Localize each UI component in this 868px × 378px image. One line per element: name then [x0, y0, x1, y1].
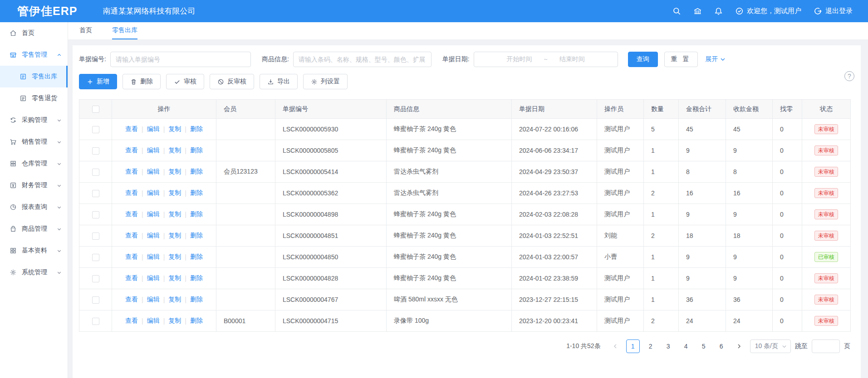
copy-link[interactable]: 复制: [168, 296, 181, 304]
row-checkbox[interactable]: [92, 126, 99, 133]
reset-button[interactable]: 重 置: [664, 52, 698, 67]
view-link[interactable]: 查看: [125, 317, 138, 325]
edit-link[interactable]: 编辑: [147, 296, 160, 304]
row-checkbox[interactable]: [92, 296, 99, 304]
row-checkbox[interactable]: [92, 254, 99, 261]
delete-link[interactable]: 删除: [190, 189, 203, 197]
delete-link[interactable]: 删除: [190, 125, 203, 133]
delete-link[interactable]: 删除: [190, 168, 203, 176]
query-button[interactable]: 查询: [628, 52, 658, 67]
page-button-4[interactable]: 4: [679, 339, 693, 353]
sidebar-item-retail-management[interactable]: 零售管理: [0, 44, 68, 66]
delete-button[interactable]: 删除: [123, 74, 161, 89]
copy-link[interactable]: 复制: [168, 253, 181, 261]
action-separator: |: [163, 189, 165, 197]
page-button-5[interactable]: 5: [697, 339, 711, 353]
page-button-1[interactable]: 1: [626, 339, 640, 353]
logout-button[interactable]: 退出登录: [813, 7, 853, 16]
cell-received: 18: [726, 225, 773, 247]
sidebar-item-report-query[interactable]: 报表查询: [0, 196, 68, 218]
delete-link[interactable]: 删除: [190, 296, 203, 304]
prev-page-button[interactable]: [608, 339, 622, 353]
sidebar-item-purchase-management[interactable]: 采购管理: [0, 109, 68, 131]
export-button[interactable]: 导出: [260, 74, 298, 89]
edit-link[interactable]: 编辑: [147, 274, 160, 282]
edit-link[interactable]: 编辑: [147, 168, 160, 176]
bell-icon[interactable]: [714, 7, 723, 16]
sidebar-item-goods-management[interactable]: 商品管理: [0, 218, 68, 240]
sidebar-item-finance-management[interactable]: 财务管理: [0, 174, 68, 196]
edit-link[interactable]: 编辑: [147, 189, 160, 197]
sidebar-item-system-management[interactable]: 系统管理: [0, 262, 68, 283]
view-link[interactable]: 查看: [125, 232, 138, 240]
edit-link[interactable]: 编辑: [147, 146, 160, 155]
delete-link[interactable]: 删除: [190, 274, 203, 282]
tab-retail-outbound[interactable]: 零售出库: [112, 22, 137, 39]
copy-link[interactable]: 复制: [168, 317, 181, 325]
sidebar-item-retail-return[interactable]: 零售退货: [0, 87, 68, 109]
jump-page-input[interactable]: [812, 339, 840, 353]
cell-amount: 36: [679, 289, 726, 310]
view-link[interactable]: 查看: [125, 210, 138, 218]
product-info-input[interactable]: [293, 52, 432, 67]
copy-link[interactable]: 复制: [168, 274, 181, 282]
edit-link[interactable]: 编辑: [147, 125, 160, 133]
view-link[interactable]: 查看: [125, 274, 138, 282]
delete-link[interactable]: 删除: [190, 253, 203, 261]
sidebar-item-home[interactable]: 首页: [0, 22, 68, 44]
edit-link[interactable]: 编辑: [147, 317, 160, 325]
copy-link[interactable]: 复制: [168, 210, 181, 218]
column-settings-button[interactable]: 列设置: [303, 74, 348, 89]
delete-link[interactable]: 删除: [190, 317, 203, 325]
tab-home[interactable]: 首页: [79, 22, 92, 39]
delete-link[interactable]: 删除: [190, 146, 203, 155]
audit-button[interactable]: 审核: [166, 74, 204, 89]
user-welcome[interactable]: 欢迎您，测试用户: [735, 7, 801, 16]
page-button-6[interactable]: 6: [715, 339, 728, 353]
edit-link[interactable]: 编辑: [147, 253, 160, 261]
sidebar-item-base-data[interactable]: 基本资料: [0, 240, 68, 262]
next-page-button[interactable]: [732, 339, 746, 353]
copy-link[interactable]: 复制: [168, 189, 181, 197]
search-icon[interactable]: [672, 7, 681, 16]
view-link[interactable]: 查看: [125, 146, 138, 155]
row-checkbox[interactable]: [92, 211, 99, 218]
row-checkbox[interactable]: [92, 147, 99, 155]
cell-product: 雷达杀虫气雾剂: [387, 161, 512, 183]
sidebar-item-warehouse-management[interactable]: 仓库管理: [0, 153, 68, 174]
page-size-select[interactable]: 10 条/页: [750, 339, 791, 353]
edit-link[interactable]: 编辑: [147, 210, 160, 218]
date-range-input[interactable]: 开始时间 ~ 结束时间: [474, 52, 618, 67]
view-link[interactable]: 查看: [125, 189, 138, 197]
page-button-3[interactable]: 3: [662, 339, 675, 353]
unaudit-button[interactable]: 反审核: [210, 74, 254, 89]
copy-link[interactable]: 复制: [168, 232, 181, 240]
order-no-input[interactable]: [110, 52, 251, 67]
add-button[interactable]: 新增: [79, 74, 117, 89]
bank-icon[interactable]: [693, 7, 702, 16]
sidebar-item-sales-management[interactable]: 销售管理: [0, 131, 68, 153]
delete-link[interactable]: 删除: [190, 210, 203, 218]
row-checkbox[interactable]: [92, 169, 99, 176]
sidebar-item-retail-outbound[interactable]: 零售出库: [0, 66, 68, 87]
row-checkbox[interactable]: [92, 190, 99, 197]
view-link[interactable]: 查看: [125, 253, 138, 261]
action-separator: |: [185, 168, 186, 175]
view-link[interactable]: 查看: [125, 125, 138, 133]
row-checkbox[interactable]: [92, 275, 99, 282]
copy-link[interactable]: 复制: [168, 146, 181, 155]
view-link[interactable]: 查看: [125, 168, 138, 176]
row-checkbox[interactable]: [92, 233, 99, 240]
delete-link[interactable]: 删除: [190, 232, 203, 240]
row-checkbox[interactable]: [92, 318, 99, 325]
action-separator: |: [185, 275, 186, 282]
select-all-checkbox[interactable]: [92, 106, 99, 113]
page-button-2[interactable]: 2: [644, 339, 657, 353]
copy-link[interactable]: 复制: [168, 125, 181, 133]
view-link[interactable]: 查看: [125, 296, 138, 304]
document-icon: [20, 95, 27, 102]
copy-link[interactable]: 复制: [168, 168, 181, 176]
help-icon[interactable]: ?: [844, 71, 854, 81]
edit-link[interactable]: 编辑: [147, 232, 160, 240]
expand-link[interactable]: 展开: [706, 55, 726, 63]
